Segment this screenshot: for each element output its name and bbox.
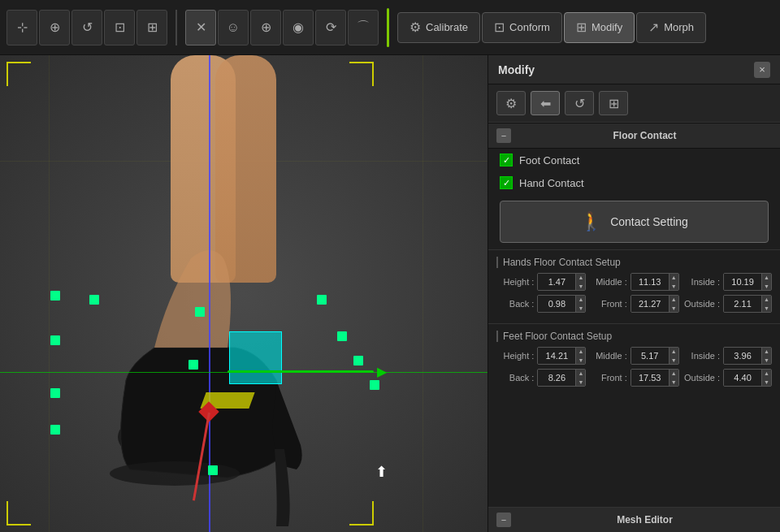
svg-point-0 [118,404,272,469]
tab-bones[interactable]: ⬅ [531,91,560,115]
feet-front-down[interactable]: ▼ [670,378,678,387]
modify-button[interactable]: ⊞ Modify [564,12,635,43]
hands-middle-field: ▲ ▼ [630,273,679,291]
calibrate-button[interactable]: ⚙ Calibrate [397,12,480,43]
gizmo-dot-1[interactable] [50,291,60,301]
viewport[interactable]: ▶ ⬆ [0,55,488,532]
contact-setting-icon: 🚶 [580,211,602,232]
gizmo-dot-6[interactable] [195,307,205,317]
gizmo-dot-5[interactable] [89,295,99,305]
toolbar-btn-eye[interactable]: ◉ [283,10,314,45]
feet-back-input[interactable] [538,370,575,386]
feet-outside-input[interactable] [724,370,761,386]
feet-inside-down[interactable]: ▼ [762,356,771,365]
toolbar-btn-move[interactable]: ⊕ [39,10,70,45]
feet-middle-up[interactable]: ▲ [670,347,678,356]
gizmo-dot-8[interactable] [317,295,327,305]
panel-tabs: ⚙ ⬅ ↺ ⊞ [488,84,780,123]
tab-sliders[interactable]: ⚙ [496,91,526,115]
bracket-bottom-right [349,501,374,526]
hands-inside-input[interactable] [724,274,761,290]
hands-outside-input[interactable] [724,296,761,312]
feet-back-down[interactable]: ▼ [576,378,585,387]
hands-outside-down[interactable]: ▼ [762,304,771,313]
hands-inside-label: Inside : [682,277,720,287]
feet-height-up[interactable]: ▲ [576,347,585,356]
feet-height-input[interactable] [538,348,575,364]
hands-back-spinners: ▲ ▼ [575,295,585,313]
hands-height-up[interactable]: ▲ [576,273,585,282]
hands-middle-up[interactable]: ▲ [670,273,678,282]
feet-outside-down[interactable]: ▼ [762,378,771,387]
gizmo-dot-10[interactable] [353,356,363,365]
feet-back-up[interactable]: ▲ [576,369,585,378]
hands-setup-section: Hands Floor Contact Setup Height : ▲ ▼ M… [488,249,780,323]
hands-middle-down[interactable]: ▼ [670,282,678,291]
hands-outside-up[interactable]: ▲ [762,295,771,304]
hand-contact-checkbox[interactable]: ✓ [500,176,513,189]
feet-inside-up[interactable]: ▲ [762,347,771,356]
feet-front-field: ▲ ▼ [630,369,679,387]
toolbar-btn-face[interactable]: ☺ [218,10,249,45]
hands-inside-down[interactable]: ▼ [762,282,771,291]
hands-front-input[interactable] [631,296,669,312]
gizmo-teal-square [229,331,282,384]
hands-back-input[interactable] [538,296,575,312]
mesh-editor-collapse-btn[interactable]: − [496,513,511,527]
tab-morph[interactable]: ↺ [565,91,594,115]
hand-contact-row: ✓ Hand Contact [488,171,780,194]
mesh-editor-title: Mesh Editor [518,514,772,526]
feet-outside-up[interactable]: ▲ [762,369,771,378]
toolbar-btn-skeleton[interactable]: ✕ [185,10,216,45]
main-toolbar: ⊹ ⊕ ↺ ⊡ ⊞ ✕ ☺ ⊕ ◉ ⟳ ⌒ ⚙ Calibrate ⊡ Conf… [0,0,780,55]
feet-front-input[interactable] [631,370,669,386]
feet-height-down[interactable]: ▼ [576,356,585,365]
foot-contact-checkbox[interactable]: ✓ [500,154,513,167]
toolbar-btn-globe[interactable]: ⊕ [250,10,281,45]
mesh-editor-section: − Mesh Editor [488,507,780,532]
hands-middle-input[interactable] [631,274,669,290]
gizmo-dot-9[interactable] [337,331,347,341]
hands-front-up[interactable]: ▲ [670,295,678,304]
arrow-head: ▶ [377,364,387,379]
contact-setting-button[interactable]: 🚶 Contact Setting [500,201,769,243]
feet-inside-label: Inside : [682,351,720,361]
feet-inside-spinners: ▲ ▼ [761,347,771,365]
gizmo-dot-center[interactable] [208,465,218,475]
gizmo-dot-11[interactable] [370,380,379,390]
feet-middle-down[interactable]: ▼ [670,356,678,365]
toolbar-btn-arc[interactable]: ⌒ [348,10,379,45]
toolbar-btn-ik[interactable]: ⟳ [315,10,346,45]
mesh-editor-header: − Mesh Editor [488,508,780,532]
hands-inside-up[interactable]: ▲ [762,273,771,282]
morph-button[interactable]: ↗ Morph [636,12,706,43]
floor-contact-collapse-btn[interactable]: − [496,128,511,143]
panel-close-button[interactable]: × [754,62,770,78]
bracket-top-right [349,62,374,86]
feet-middle-input[interactable] [631,348,669,364]
morph-icon: ↗ [648,19,659,35]
viewport-background: ▶ ⬆ [0,55,488,532]
toolbar-right-group: ⚙ Calibrate ⊡ Conform ⊞ Modify ↗ Morph [397,12,706,43]
toolbar-btn-transform[interactable]: ⊹ [6,10,37,45]
gizmo-dot-2[interactable] [50,335,60,345]
toolbar-btn-scale[interactable]: ⊡ [104,10,135,45]
toolbar-btn-gizmo[interactable]: ⊞ [136,10,167,45]
conform-button[interactable]: ⊡ Conform [482,12,562,43]
hands-height-down[interactable]: ▼ [576,282,585,291]
feet-inside-input[interactable] [724,348,761,364]
feet-height-row: Height : ▲ ▼ Middle : ▲ ▼ Inside : [496,347,772,365]
feet-front-up[interactable]: ▲ [670,369,678,378]
hands-back-row: Back : ▲ ▼ Front : ▲ ▼ Outside : [496,295,772,313]
toolbar-btn-rotate[interactable]: ↺ [72,10,102,45]
hands-back-down[interactable]: ▼ [576,304,585,313]
tab-checker[interactable]: ⊞ [599,91,628,115]
gizmo-dot-3[interactable] [50,388,60,398]
gizmo-dot-4[interactable] [50,425,60,435]
gizmo-dot-7[interactable] [188,360,198,370]
hands-height-input[interactable] [538,274,575,290]
feet-back-field: ▲ ▼ [537,369,586,387]
hands-front-down[interactable]: ▼ [670,304,678,313]
hands-back-up[interactable]: ▲ [576,295,585,304]
feet-outside-field: ▲ ▼ [723,369,772,387]
